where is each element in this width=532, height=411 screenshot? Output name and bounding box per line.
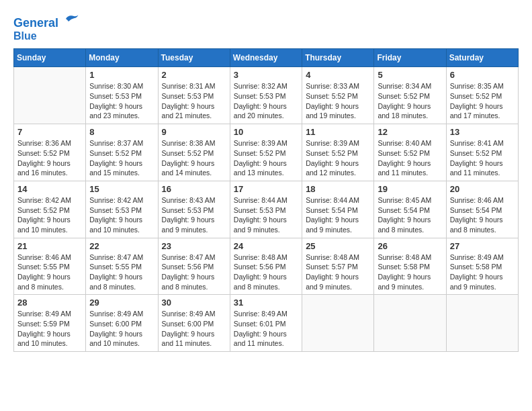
calendar-cell: 6Sunrise: 8:35 AMSunset: 5:52 PMDaylight… bbox=[446, 67, 518, 124]
weekday-header-tuesday: Tuesday bbox=[158, 49, 230, 67]
day-info: Sunrise: 8:39 AMSunset: 5:52 PMDaylight:… bbox=[306, 138, 370, 178]
calendar-cell: 10Sunrise: 8:39 AMSunset: 5:52 PMDayligh… bbox=[230, 124, 302, 181]
day-info: Sunrise: 8:35 AMSunset: 5:52 PMDaylight:… bbox=[450, 81, 515, 121]
day-number: 21 bbox=[17, 241, 82, 251]
day-number: 15 bbox=[89, 184, 154, 194]
logo-general: General bbox=[13, 16, 58, 30]
weekday-header-thursday: Thursday bbox=[302, 49, 374, 67]
logo: General Blue bbox=[13, 13, 79, 42]
day-number: 31 bbox=[234, 298, 298, 308]
calendar-cell: 15Sunrise: 8:42 AMSunset: 5:53 PMDayligh… bbox=[86, 181, 158, 238]
day-number: 5 bbox=[378, 70, 442, 80]
calendar-cell: 4Sunrise: 8:33 AMSunset: 5:52 PMDaylight… bbox=[302, 67, 374, 124]
weekday-header-monday: Monday bbox=[86, 49, 158, 67]
day-info: Sunrise: 8:49 AMSunset: 6:00 PMDaylight:… bbox=[162, 309, 226, 349]
day-number: 3 bbox=[234, 70, 298, 80]
weekday-header-sunday: Sunday bbox=[14, 49, 86, 67]
day-number: 4 bbox=[306, 70, 370, 80]
calendar-cell: 18Sunrise: 8:44 AMSunset: 5:54 PMDayligh… bbox=[302, 181, 374, 238]
day-number: 17 bbox=[234, 184, 298, 194]
weekday-header-friday: Friday bbox=[374, 49, 446, 67]
day-number: 8 bbox=[89, 127, 154, 137]
calendar-cell: 20Sunrise: 8:46 AMSunset: 5:54 PMDayligh… bbox=[446, 181, 518, 238]
day-info: Sunrise: 8:45 AMSunset: 5:54 PMDaylight:… bbox=[378, 195, 442, 235]
day-number: 18 bbox=[306, 184, 370, 194]
day-info: Sunrise: 8:49 AMSunset: 6:00 PMDaylight:… bbox=[89, 309, 154, 349]
day-number: 2 bbox=[162, 70, 226, 80]
day-number: 19 bbox=[378, 184, 442, 194]
day-info: Sunrise: 8:49 AMSunset: 5:58 PMDaylight:… bbox=[450, 253, 515, 292]
day-number: 26 bbox=[378, 241, 442, 251]
day-number: 9 bbox=[162, 127, 226, 137]
day-number: 7 bbox=[17, 127, 82, 137]
day-info: Sunrise: 8:42 AMSunset: 5:53 PMDaylight:… bbox=[89, 195, 154, 235]
calendar-cell: 7Sunrise: 8:36 AMSunset: 5:52 PMDaylight… bbox=[14, 124, 86, 181]
day-info: Sunrise: 8:43 AMSunset: 5:53 PMDaylight:… bbox=[162, 195, 226, 235]
day-info: Sunrise: 8:46 AMSunset: 5:55 PMDaylight:… bbox=[17, 253, 82, 292]
day-info: Sunrise: 8:46 AMSunset: 5:54 PMDaylight:… bbox=[450, 195, 515, 235]
calendar-cell: 22Sunrise: 8:47 AMSunset: 5:55 PMDayligh… bbox=[86, 238, 158, 295]
day-number: 24 bbox=[234, 241, 298, 251]
day-number: 12 bbox=[378, 127, 442, 137]
logo-bird-icon bbox=[63, 12, 79, 26]
calendar-cell: 17Sunrise: 8:44 AMSunset: 5:53 PMDayligh… bbox=[230, 181, 302, 238]
day-info: Sunrise: 8:41 AMSunset: 5:52 PMDaylight:… bbox=[450, 138, 515, 178]
day-info: Sunrise: 8:32 AMSunset: 5:53 PMDaylight:… bbox=[234, 81, 298, 121]
logo-text: General bbox=[13, 13, 79, 30]
calendar-cell: 19Sunrise: 8:45 AMSunset: 5:54 PMDayligh… bbox=[374, 181, 446, 238]
weekday-header-wednesday: Wednesday bbox=[230, 49, 302, 67]
day-info: Sunrise: 8:44 AMSunset: 5:53 PMDaylight:… bbox=[234, 195, 298, 235]
calendar-cell: 27Sunrise: 8:49 AMSunset: 5:58 PMDayligh… bbox=[446, 238, 518, 295]
calendar-cell: 24Sunrise: 8:48 AMSunset: 5:56 PMDayligh… bbox=[230, 238, 302, 295]
day-info: Sunrise: 8:39 AMSunset: 5:52 PMDaylight:… bbox=[234, 138, 298, 178]
calendar-cell: 14Sunrise: 8:42 AMSunset: 5:52 PMDayligh… bbox=[14, 181, 86, 238]
day-number: 11 bbox=[306, 127, 370, 137]
calendar-cell: 31Sunrise: 8:49 AMSunset: 6:01 PMDayligh… bbox=[230, 295, 302, 352]
calendar-cell: 8Sunrise: 8:37 AMSunset: 5:52 PMDaylight… bbox=[86, 124, 158, 181]
day-number: 25 bbox=[306, 241, 370, 251]
day-info: Sunrise: 8:48 AMSunset: 5:56 PMDaylight:… bbox=[234, 253, 298, 292]
day-number: 1 bbox=[89, 70, 154, 80]
calendar-cell: 5Sunrise: 8:34 AMSunset: 5:52 PMDaylight… bbox=[374, 67, 446, 124]
day-number: 23 bbox=[162, 241, 226, 251]
day-number: 14 bbox=[17, 184, 82, 194]
calendar-cell: 2Sunrise: 8:31 AMSunset: 5:53 PMDaylight… bbox=[158, 67, 230, 124]
day-info: Sunrise: 8:48 AMSunset: 5:57 PMDaylight:… bbox=[306, 253, 370, 292]
calendar-cell: 25Sunrise: 8:48 AMSunset: 5:57 PMDayligh… bbox=[302, 238, 374, 295]
day-number: 27 bbox=[450, 241, 515, 251]
logo-blue: Blue bbox=[13, 30, 79, 42]
day-number: 10 bbox=[234, 127, 298, 137]
day-info: Sunrise: 8:40 AMSunset: 5:52 PMDaylight:… bbox=[378, 138, 442, 178]
calendar-table: SundayMondayTuesdayWednesdayThursdayFrid… bbox=[13, 48, 519, 352]
day-number: 13 bbox=[450, 127, 515, 137]
day-number: 30 bbox=[162, 298, 226, 308]
day-number: 16 bbox=[162, 184, 226, 194]
day-number: 29 bbox=[89, 298, 154, 308]
calendar-cell: 23Sunrise: 8:47 AMSunset: 5:56 PMDayligh… bbox=[158, 238, 230, 295]
day-info: Sunrise: 8:30 AMSunset: 5:53 PMDaylight:… bbox=[89, 81, 154, 121]
day-info: Sunrise: 8:38 AMSunset: 5:52 PMDaylight:… bbox=[162, 138, 226, 178]
day-info: Sunrise: 8:49 AMSunset: 6:01 PMDaylight:… bbox=[234, 309, 298, 349]
calendar-cell: 21Sunrise: 8:46 AMSunset: 5:55 PMDayligh… bbox=[14, 238, 86, 295]
day-info: Sunrise: 8:48 AMSunset: 5:58 PMDaylight:… bbox=[378, 253, 442, 292]
calendar-cell: 3Sunrise: 8:32 AMSunset: 5:53 PMDaylight… bbox=[230, 67, 302, 124]
calendar-cell: 11Sunrise: 8:39 AMSunset: 5:52 PMDayligh… bbox=[302, 124, 374, 181]
calendar-cell bbox=[14, 67, 86, 124]
day-number: 6 bbox=[450, 70, 515, 80]
day-info: Sunrise: 8:36 AMSunset: 5:52 PMDaylight:… bbox=[17, 138, 82, 178]
calendar-cell: 12Sunrise: 8:40 AMSunset: 5:52 PMDayligh… bbox=[374, 124, 446, 181]
day-number: 22 bbox=[89, 241, 154, 251]
calendar-cell: 28Sunrise: 8:49 AMSunset: 5:59 PMDayligh… bbox=[14, 295, 86, 352]
calendar-cell: 30Sunrise: 8:49 AMSunset: 6:00 PMDayligh… bbox=[158, 295, 230, 352]
day-info: Sunrise: 8:37 AMSunset: 5:52 PMDaylight:… bbox=[89, 138, 154, 178]
calendar-cell: 16Sunrise: 8:43 AMSunset: 5:53 PMDayligh… bbox=[158, 181, 230, 238]
day-info: Sunrise: 8:49 AMSunset: 5:59 PMDaylight:… bbox=[17, 309, 82, 349]
calendar-cell: 1Sunrise: 8:30 AMSunset: 5:53 PMDaylight… bbox=[86, 67, 158, 124]
calendar-cell bbox=[302, 295, 374, 352]
day-info: Sunrise: 8:33 AMSunset: 5:52 PMDaylight:… bbox=[306, 81, 370, 121]
calendar-cell bbox=[374, 295, 446, 352]
day-info: Sunrise: 8:47 AMSunset: 5:55 PMDaylight:… bbox=[89, 253, 154, 292]
day-info: Sunrise: 8:44 AMSunset: 5:54 PMDaylight:… bbox=[306, 195, 370, 235]
day-info: Sunrise: 8:34 AMSunset: 5:52 PMDaylight:… bbox=[378, 81, 442, 121]
calendar-cell: 13Sunrise: 8:41 AMSunset: 5:52 PMDayligh… bbox=[446, 124, 518, 181]
